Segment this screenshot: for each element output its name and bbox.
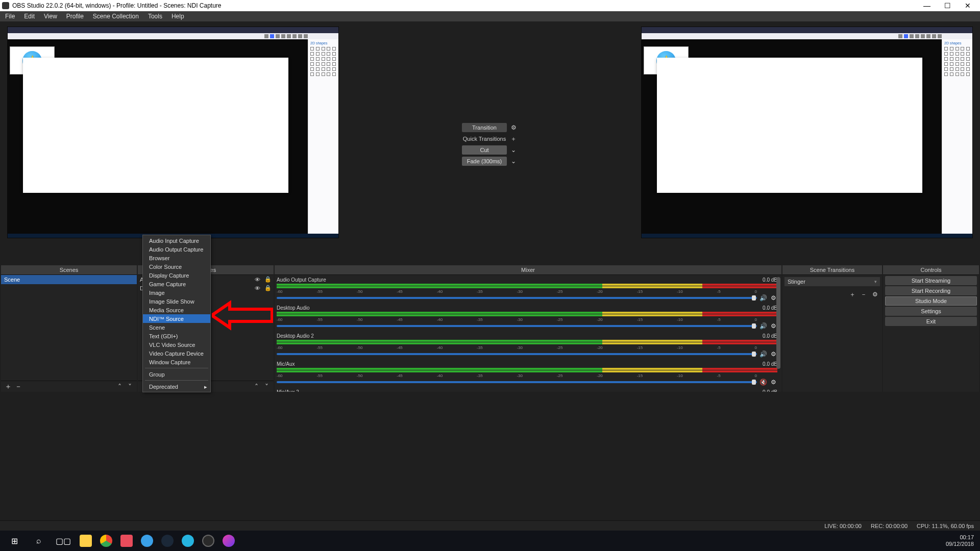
transition-button[interactable]: Transition [462, 123, 507, 132]
chevron-down-icon[interactable]: ⌄ [509, 145, 518, 155]
menu-item-vlc-video-source[interactable]: VLC Video Source [143, 340, 210, 349]
menu-help[interactable]: Help [169, 12, 186, 21]
menu-item-group[interactable]: Group [143, 370, 210, 379]
mixer-channel: Mic/Aux0.0 dB -60-55-50-45-40-35-30-25-2… [277, 361, 777, 386]
app-icon[interactable] [218, 531, 239, 551]
control-button-settings[interactable]: Settings [885, 307, 977, 316]
remove-scene-icon[interactable]: － [14, 383, 22, 391]
menu-item-image-slide-show[interactable]: Image Slide Show [143, 297, 210, 306]
menu-item-image[interactable]: Image [143, 288, 210, 297]
channel-db: 0.0 dB [763, 361, 777, 367]
app-icon[interactable] [137, 531, 157, 551]
menu-item-deprecated[interactable]: Deprecated [143, 382, 210, 391]
lock-icon[interactable]: 🔒 [264, 285, 272, 291]
move-up-icon[interactable]: ˄ [115, 383, 124, 391]
vu-meter [277, 312, 777, 317]
menu-item-ndi-source[interactable]: NDI™ Source [143, 314, 210, 323]
preview-pane-right[interactable]: 2D shapes [641, 27, 973, 238]
channel-db: 0.0 dB [763, 389, 777, 392]
steam-icon[interactable] [157, 531, 178, 551]
add-scene-icon[interactable]: ＋ [4, 383, 12, 391]
volume-slider[interactable] [277, 353, 757, 355]
close-button[interactable]: ✕ [958, 0, 978, 11]
menu-scene-collection[interactable]: Scene Collection [91, 12, 141, 21]
maximize-button[interactable]: ☐ [937, 0, 958, 11]
add-transition-icon[interactable]: ＋ [848, 290, 856, 298]
menu-item-audio-output-capture[interactable]: Audio Output Capture [143, 245, 210, 254]
move-down-icon[interactable]: ˅ [262, 383, 271, 391]
scrollbar-thumb[interactable] [776, 277, 780, 369]
control-button-start-recording[interactable]: Start Recording [885, 286, 977, 295]
speaker-icon[interactable]: 🔊 [759, 350, 767, 358]
add-quick-transition-icon[interactable]: ＋ [509, 134, 518, 143]
menu-tools[interactable]: Tools [146, 12, 164, 21]
menu-item-text-gdi-[interactable]: Text (GDI+) [143, 332, 210, 340]
remove-transition-icon[interactable]: － [860, 290, 868, 298]
obs-icon[interactable] [198, 531, 218, 551]
menu-item-game-capture[interactable]: Game Capture [143, 280, 210, 288]
channel-db: 0.0 dB [763, 333, 777, 339]
visibility-icon[interactable]: 👁 [255, 285, 260, 291]
menu-item-color-source[interactable]: Color Source [143, 262, 210, 271]
mixer-channel: Audio Output Capture0.0 dB -60-55-50-45-… [277, 277, 777, 302]
quick-transition-cut[interactable]: Cut [462, 145, 507, 155]
menu-profile[interactable]: Profile [64, 12, 86, 21]
app-icon[interactable] [178, 531, 198, 551]
scene-transitions-header: Scene Transitions [782, 265, 882, 275]
channel-name: Mic/Aux 2 [277, 389, 299, 392]
controls-header: Controls [883, 265, 979, 275]
move-up-icon[interactable]: ˄ [252, 383, 260, 391]
chevron-down-icon[interactable]: ⌄ [509, 157, 518, 166]
vu-meter [277, 284, 777, 289]
transition-settings-icon[interactable]: ⚙ [509, 123, 518, 132]
statusbar: LIVE: 00:00:00 REC: 00:00:00 CPU: 11.1%,… [0, 520, 980, 531]
control-button-start-streaming[interactable]: Start Streaming [885, 276, 977, 285]
menu-item-display-capture[interactable]: Display Capture [143, 271, 210, 280]
control-button-exit[interactable]: Exit [885, 317, 977, 326]
volume-slider[interactable] [277, 325, 757, 327]
menubar: File Edit View Profile Scene Collection … [0, 11, 980, 21]
speaker-icon[interactable]: 🔊 [759, 322, 767, 330]
search-icon[interactable]: ⌕ [27, 531, 51, 551]
move-down-icon[interactable]: ˅ [126, 383, 134, 391]
transition-properties-icon[interactable]: ⚙ [871, 290, 879, 298]
scene-item[interactable]: Scene [1, 275, 137, 284]
lock-icon[interactable]: 🔒 [264, 276, 272, 283]
svg-marker-0 [212, 303, 272, 328]
tray-time: 00:17 [946, 534, 974, 541]
volume-slider[interactable] [277, 297, 757, 299]
mute-icon[interactable]: 🔇 [759, 378, 767, 386]
studio-mode-transition-panel: Transition ⚙ Quick Transitions ＋ Cut ⌄ F… [462, 122, 518, 167]
menu-item-media-source[interactable]: Media Source [143, 306, 210, 314]
chrome-icon[interactable] [96, 531, 116, 551]
volume-slider[interactable] [277, 381, 757, 383]
start-button[interactable]: ⊞ [2, 531, 27, 551]
mixer-dock: Mixer Audio Output Capture0.0 dB -60-55-… [275, 265, 781, 392]
add-source-context-menu: Audio Input CaptureAudio Output CaptureB… [142, 235, 211, 392]
menu-item-window-capture[interactable]: Window Capture [143, 358, 210, 366]
menu-view[interactable]: View [42, 12, 59, 21]
minimize-button[interactable]: — [917, 0, 937, 11]
menu-item-browser[interactable]: Browser [143, 254, 210, 262]
preview-pane-left[interactable]: 2D shapes [7, 27, 339, 238]
channel-name: Audio Output Capture [277, 277, 326, 283]
window-title: OBS Studio 22.0.2 (64-bit, windows) - Pr… [12, 2, 222, 9]
app-icon[interactable] [116, 531, 137, 551]
menu-file[interactable]: File [3, 12, 17, 21]
menu-item-video-capture-device[interactable]: Video Capture Device [143, 349, 210, 358]
scenes-dock: Scenes Scene ＋ － ˄ ˅ [1, 265, 137, 392]
explorer-icon[interactable] [76, 531, 96, 551]
transition-select[interactable]: Stinger▾ [785, 277, 880, 286]
speaker-icon[interactable]: 🔊 [759, 294, 767, 302]
menu-item-scene[interactable]: Scene [143, 323, 210, 332]
quick-transition-fade[interactable]: Fade (300ms) [462, 157, 507, 166]
visibility-icon[interactable]: 👁 [255, 277, 260, 283]
mixer-channel: Mic/Aux 20.0 dB -60-55-50-45-40-35-30-25… [277, 389, 777, 392]
menu-item-audio-input-capture[interactable]: Audio Input Capture [143, 236, 210, 245]
control-button-studio-mode[interactable]: Studio Mode [885, 296, 977, 306]
system-tray[interactable]: 00:17 09/12/2018 [946, 534, 978, 547]
task-view-icon[interactable]: ▢▢ [51, 531, 76, 551]
channel-settings-icon[interactable]: ⚙ [769, 378, 777, 386]
obs-icon [2, 2, 9, 9]
menu-edit[interactable]: Edit [22, 12, 37, 21]
